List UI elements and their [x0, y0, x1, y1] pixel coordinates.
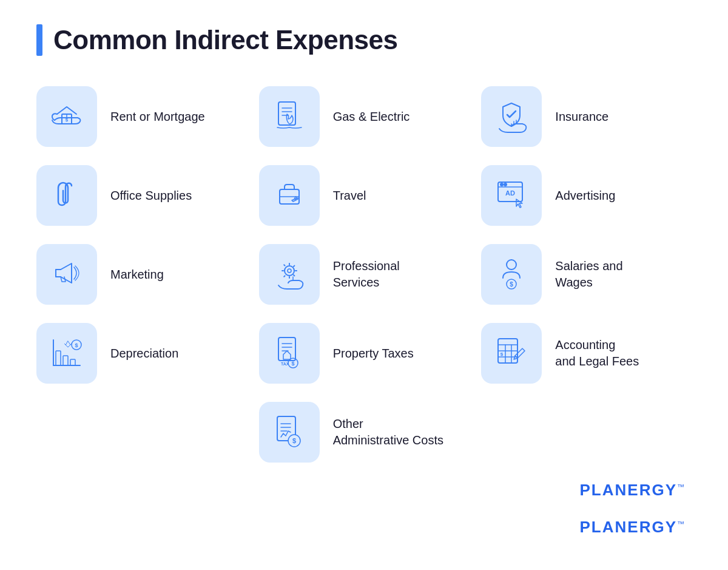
- depreciation-icon-box: $: [36, 323, 97, 384]
- office-supplies-icon-box: [36, 165, 97, 226]
- title-accent-bar: [36, 24, 42, 56]
- office-supplies-icon: [49, 176, 85, 215]
- expense-item-marketing: Marketing: [36, 244, 247, 305]
- expense-item-depreciation: $ Depreciation: [36, 323, 247, 384]
- svg-rect-21: [70, 359, 75, 365]
- grid-placeholder-1: [36, 402, 247, 463]
- expense-item-advertising: AD Advertising: [481, 165, 692, 226]
- expense-item-gas-electric: Gas & Electric: [259, 86, 470, 147]
- svg-point-13: [288, 269, 291, 273]
- svg-point-7: [500, 183, 503, 186]
- insurance-label: Insurance: [555, 109, 608, 125]
- marketing-icon-box: [36, 244, 97, 305]
- expense-item-salaries-wages: $ Salaries andWages: [481, 244, 692, 305]
- svg-text:$: $: [500, 351, 504, 357]
- professional-services-icon: [271, 255, 308, 294]
- svg-text:$: $: [75, 342, 78, 348]
- property-taxes-icon-box: TAX $: [259, 323, 320, 384]
- other-admin-icon-box: $: [259, 402, 320, 463]
- depreciation-label: Depreciation: [110, 345, 178, 362]
- expense-item-travel: Travel: [259, 165, 470, 226]
- expense-item-property-taxes: TAX $ Property Taxes: [259, 323, 470, 384]
- salaries-wages-icon: $: [493, 255, 530, 294]
- property-taxes-label: Property Taxes: [333, 345, 414, 362]
- other-admin-icon: $: [271, 413, 308, 452]
- expense-item-other-admin: $ OtherAdministrative Costs: [259, 402, 470, 463]
- gas-electric-icon: [271, 97, 308, 136]
- travel-label: Travel: [333, 188, 366, 204]
- gas-electric-label: Gas & Electric: [333, 109, 410, 125]
- professional-services-icon-box: [259, 244, 320, 305]
- brand-name: PLANERGY™: [580, 481, 686, 499]
- travel-icon: [271, 176, 308, 215]
- salaries-wages-icon-box: $: [481, 244, 542, 305]
- svg-rect-19: [56, 351, 61, 365]
- advertising-label: Advertising: [555, 188, 615, 204]
- marketing-label: Marketing: [110, 266, 164, 283]
- svg-text:$: $: [291, 361, 294, 367]
- svg-text:AD: AD: [505, 189, 515, 197]
- rent-mortgage-label: Rent or Mortgage: [110, 109, 205, 125]
- rent-mortgage-icon-box: $: [36, 86, 97, 147]
- office-supplies-label: Office Supplies: [110, 188, 192, 204]
- other-admin-label: OtherAdministrative Costs: [333, 416, 443, 449]
- expense-item-professional-services: ProfessionalServices: [259, 244, 470, 305]
- svg-point-8: [504, 183, 507, 186]
- depreciation-icon: $: [49, 334, 85, 373]
- expense-item-insurance: Insurance: [481, 86, 692, 147]
- property-taxes-icon: TAX $: [271, 334, 308, 373]
- advertising-icon: AD: [493, 176, 530, 215]
- accounting-legal-icon-box: $: [481, 323, 542, 384]
- svg-point-14: [507, 260, 516, 270]
- svg-text:$: $: [510, 281, 514, 288]
- svg-rect-20: [63, 356, 68, 365]
- expense-item-office-supplies: Office Supplies: [36, 165, 247, 226]
- svg-rect-24: [278, 338, 295, 361]
- page-title: Common Indirect Expenses: [53, 25, 397, 55]
- insurance-icon: [493, 97, 530, 136]
- expense-item-accounting-legal: $ Accountingand Legal Fees: [481, 323, 692, 384]
- insurance-icon-box: [481, 86, 542, 147]
- svg-point-12: [285, 266, 294, 276]
- brand-name: PLANERGY™: [580, 518, 686, 536]
- marketing-icon: [49, 255, 85, 294]
- rent-mortgage-icon: $: [49, 97, 85, 136]
- expenses-grid: $ Rent or Mortgage Gas & Electric Insura…: [36, 86, 692, 463]
- svg-text:$: $: [292, 437, 296, 444]
- expense-item-rent-mortgage: $ Rent or Mortgage: [36, 86, 247, 147]
- brand-tm: ™: [677, 520, 686, 528]
- advertising-icon-box: AD: [481, 165, 542, 226]
- gas-electric-icon-box: [259, 86, 320, 147]
- accounting-legal-label: Accountingand Legal Fees: [555, 337, 639, 370]
- salaries-wages-label: Salaries andWages: [555, 258, 622, 291]
- branding-section: PLANERGY™: [36, 518, 692, 537]
- travel-icon-box: [259, 165, 320, 226]
- accounting-legal-icon: $: [493, 334, 530, 373]
- professional-services-label: ProfessionalServices: [333, 258, 400, 291]
- branding-section: PLANERGY™: [36, 481, 692, 500]
